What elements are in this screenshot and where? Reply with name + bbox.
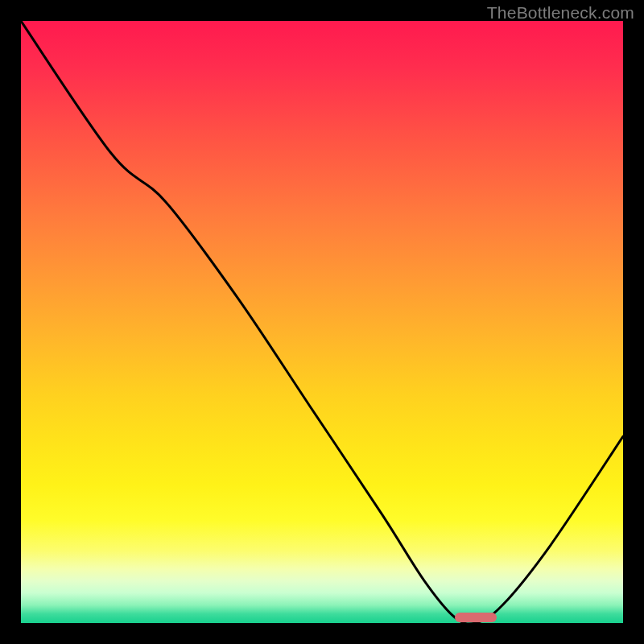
optimal-marker: [455, 613, 497, 622]
plot-area: [21, 21, 623, 623]
bottleneck-curve: [21, 21, 623, 623]
watermark-text: TheBottleneck.com: [487, 3, 634, 23]
